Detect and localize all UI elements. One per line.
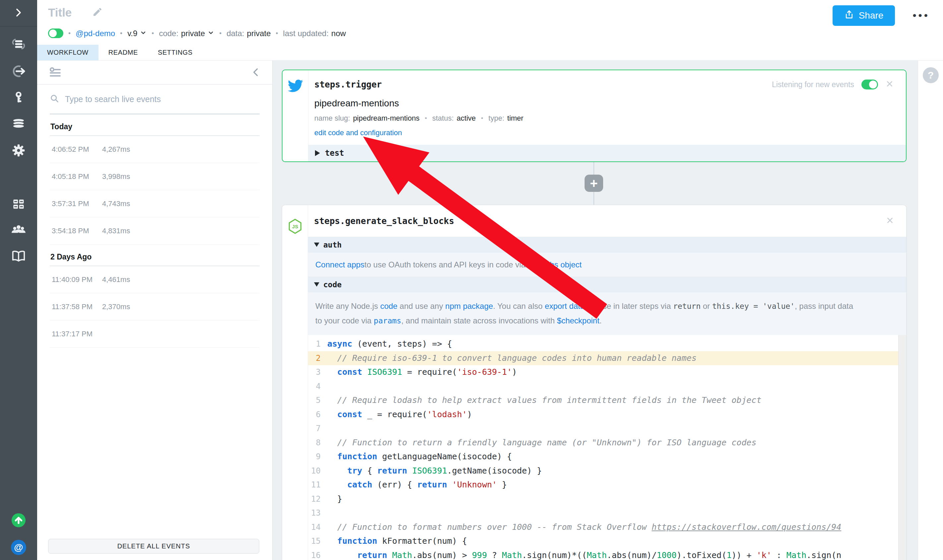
sidebar-item-settings[interactable] (11, 143, 26, 159)
code-editor[interactable]: 1async (event, steps) => {2 // Require i… (308, 335, 906, 560)
editor-scrollbar[interactable] (898, 335, 906, 560)
test-label: test (325, 148, 344, 158)
pipedream-workflow-page: @ Title Share ••• • @pd-demo • v.9 • (0, 0, 943, 560)
tab-readme[interactable]: README (99, 45, 148, 60)
code-line[interactable]: 2 // Require iso-639-1 to convert langua… (308, 351, 898, 366)
code-line[interactable]: 5 // Require lodash to help extract valu… (308, 393, 898, 408)
tab-settings[interactable]: SETTINGS (148, 45, 203, 60)
filter-events-button[interactable] (49, 66, 62, 80)
expand-sidebar-button[interactable] (0, 0, 37, 26)
line-content: const _ = require('lodash') (327, 408, 898, 422)
workflow-canvas: ? + steps.trigger Listening for new even… (273, 61, 943, 560)
search-input[interactable] (65, 94, 260, 104)
code-line[interactable]: 16 return Math.abs(num) > 999 ? Math.sig… (308, 548, 898, 560)
line-number: 6 (308, 408, 327, 422)
line-number: 11 (308, 478, 327, 492)
sidebar-item-support[interactable]: @ (11, 540, 26, 555)
close-trigger-step-button[interactable] (885, 80, 894, 89)
delete-all-events-button[interactable]: DELETE ALL EVENTS (48, 539, 259, 554)
code-line[interactable]: 10 try { return ISO6391.getName(isocode)… (308, 464, 898, 478)
event-time: 11:37:58 PM (52, 303, 98, 311)
line-number: 3 (308, 365, 327, 379)
event-row[interactable]: 11:40:09 PM4,461ms (50, 266, 260, 293)
inline-link[interactable]: $checkpoint (557, 316, 599, 325)
trigger-active-toggle[interactable] (861, 80, 878, 89)
test-disclosure[interactable]: test (308, 145, 906, 162)
event-duration: 4,461ms (102, 275, 130, 284)
event-duration: 4,831ms (102, 227, 130, 235)
code-visibility-dropdown[interactable]: code: private (159, 29, 214, 38)
code-line[interactable]: 11 catch (err) { return 'Unknown' } (308, 478, 898, 492)
sidebar-item-apps[interactable] (11, 197, 26, 213)
code-line[interactable]: 7 (308, 422, 898, 436)
sidebar-item-docs[interactable] (11, 249, 26, 265)
data-visibility-label: data: (227, 29, 244, 38)
deploy-toggle[interactable] (48, 29, 63, 38)
code-line[interactable]: 14 // Function to format numbers over 10… (308, 520, 898, 534)
sidebar-item-upgrade[interactable] (11, 513, 26, 529)
event-row[interactable]: 4:05:18 PM3,998ms (50, 163, 260, 190)
slug-label: name slug: (314, 114, 350, 123)
event-duration: 3,998ms (102, 172, 130, 181)
inline-link[interactable]: export data (545, 302, 585, 311)
caret-down-icon (314, 243, 319, 247)
code-line[interactable]: 9 function getLanguageName(isocode) { (308, 450, 898, 464)
close-icon (885, 80, 894, 89)
sidebar-item-sources[interactable] (11, 64, 26, 80)
more-menu-button[interactable]: ••• (912, 9, 930, 22)
inline-link[interactable]: auths object (539, 260, 582, 269)
line-content: // Require lodash to help extract values… (327, 393, 898, 408)
event-row[interactable]: 4:06:52 PM4,267ms (50, 136, 260, 163)
code-line[interactable]: 12 } (308, 492, 898, 506)
edit-title-button[interactable] (92, 7, 103, 18)
help-rail: ? (918, 61, 943, 560)
edit-code-configuration-link[interactable]: edit code and configuration (314, 129, 402, 137)
version-dropdown[interactable]: v.9 (127, 29, 146, 38)
sidebar-item-api-keys[interactable] (11, 91, 26, 106)
code-card-gutter: JS (282, 205, 308, 560)
events-panel-header (37, 61, 272, 85)
tab-workflow[interactable]: WORKFLOW (37, 45, 99, 60)
code-line[interactable]: 4 (308, 379, 898, 394)
share-button[interactable]: Share (833, 5, 895, 26)
line-content (327, 379, 898, 394)
code-line[interactable]: 13 (308, 506, 898, 520)
people-icon (11, 222, 26, 239)
event-row[interactable]: 11:37:17 PM (50, 320, 260, 348)
help-button[interactable]: ? (923, 67, 939, 83)
type-value: timer (507, 114, 524, 123)
inline-link[interactable]: params (374, 317, 401, 325)
auth-section-header[interactable]: auth (308, 237, 906, 252)
search-icon (50, 94, 59, 105)
line-number: 16 (308, 548, 327, 560)
share-icon (844, 9, 854, 22)
inline-link[interactable]: npm package (445, 302, 493, 311)
account-link[interactable]: @pd-demo (76, 29, 115, 38)
code-line[interactable]: 6 const _ = require('lodash') (308, 408, 898, 422)
dot-separator: • (151, 29, 154, 37)
collapse-panel-button[interactable] (251, 67, 261, 78)
sidebar-item-workflows[interactable] (11, 37, 26, 53)
event-group-label: 2 Days Ago (50, 252, 260, 266)
code-section-header[interactable]: code (308, 277, 906, 292)
chevron-right-icon (14, 8, 23, 19)
inline-link[interactable]: code (380, 302, 398, 311)
dot-separator: • (219, 29, 222, 37)
close-code-step-button[interactable] (886, 216, 894, 226)
line-content: // Function to format numbers over 1000 … (327, 520, 898, 534)
pencil-icon (92, 7, 103, 18)
sidebar-item-sql[interactable] (11, 117, 26, 132)
add-step-button[interactable]: + (585, 175, 603, 192)
sidebar-item-community[interactable] (11, 223, 26, 238)
inline-link[interactable]: Connect apps (315, 260, 364, 269)
last-updated-label: last updated: (283, 29, 328, 38)
code-line[interactable]: 3 const ISO6391 = require('iso-639-1') (308, 365, 898, 379)
code-section-label: code (323, 280, 342, 289)
event-row[interactable]: 3:54:18 PM4,831ms (50, 217, 260, 245)
page-title: Title (48, 6, 72, 19)
code-line[interactable]: 8 // Function to return a friendly langu… (308, 436, 898, 450)
event-row[interactable]: 3:57:31 PM4,743ms (50, 190, 260, 217)
event-row[interactable]: 11:37:58 PM2,370ms (50, 293, 260, 320)
code-line[interactable]: 1async (event, steps) => { (308, 337, 898, 351)
code-line[interactable]: 15 function kFormatter(num) { (308, 534, 898, 548)
